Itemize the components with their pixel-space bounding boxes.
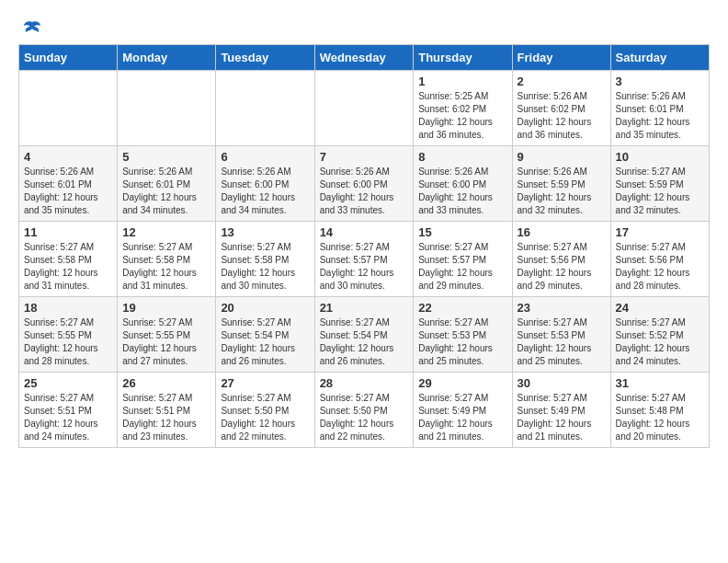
- calendar-cell: 20Sunrise: 5:27 AM Sunset: 5:54 PM Dayli…: [216, 297, 314, 373]
- day-info: Sunrise: 5:26 AM Sunset: 6:01 PM Dayligh…: [616, 90, 704, 142]
- day-number: 11: [24, 225, 112, 239]
- calendar-cell: [216, 71, 314, 146]
- day-info: Sunrise: 5:27 AM Sunset: 5:59 PM Dayligh…: [616, 166, 704, 217]
- day-number: 19: [122, 301, 210, 315]
- day-info: Sunrise: 5:26 AM Sunset: 6:00 PM Dayligh…: [221, 166, 309, 217]
- calendar-week-row: 1Sunrise: 5:25 AM Sunset: 6:02 PM Daylig…: [19, 71, 710, 146]
- day-info: Sunrise: 5:27 AM Sunset: 5:49 PM Dayligh…: [418, 392, 506, 443]
- day-info: Sunrise: 5:27 AM Sunset: 5:53 PM Dayligh…: [418, 316, 506, 368]
- calendar-cell: 19Sunrise: 5:27 AM Sunset: 5:55 PM Dayli…: [118, 297, 216, 373]
- calendar-cell: 14Sunrise: 5:27 AM Sunset: 5:57 PM Dayli…: [314, 222, 414, 297]
- day-info: Sunrise: 5:26 AM Sunset: 6:01 PM Dayligh…: [24, 166, 112, 217]
- day-number: 28: [320, 376, 409, 390]
- day-number: 16: [518, 225, 606, 239]
- day-number: 3: [616, 75, 704, 88]
- calendar-cell: 2Sunrise: 5:26 AM Sunset: 6:02 PM Daylig…: [512, 71, 610, 146]
- calendar-cell: 8Sunrise: 5:26 AM Sunset: 6:00 PM Daylig…: [414, 146, 512, 222]
- day-info: Sunrise: 5:27 AM Sunset: 5:55 PM Dayligh…: [122, 316, 210, 368]
- day-number: 26: [122, 376, 210, 390]
- day-number: 25: [24, 376, 112, 390]
- logo: [18, 18, 42, 37]
- day-number: 22: [418, 301, 506, 315]
- day-number: 14: [320, 225, 409, 239]
- calendar-cell: 31Sunrise: 5:27 AM Sunset: 5:48 PM Dayli…: [610, 373, 709, 448]
- day-info: Sunrise: 5:27 AM Sunset: 5:57 PM Dayligh…: [320, 241, 409, 293]
- calendar-cell: 28Sunrise: 5:27 AM Sunset: 5:50 PM Dayli…: [314, 373, 414, 448]
- calendar-cell: 12Sunrise: 5:27 AM Sunset: 5:58 PM Dayli…: [118, 222, 216, 297]
- day-info: Sunrise: 5:27 AM Sunset: 5:53 PM Dayligh…: [518, 316, 606, 368]
- calendar-cell: 22Sunrise: 5:27 AM Sunset: 5:53 PM Dayli…: [414, 297, 512, 373]
- calendar-cell: 17Sunrise: 5:27 AM Sunset: 5:56 PM Dayli…: [610, 222, 709, 297]
- day-info: Sunrise: 5:26 AM Sunset: 6:00 PM Dayligh…: [418, 166, 506, 217]
- day-number: 1: [418, 75, 506, 88]
- day-info: Sunrise: 5:27 AM Sunset: 5:58 PM Dayligh…: [24, 241, 112, 293]
- day-number: 18: [24, 301, 112, 315]
- calendar-cell: 25Sunrise: 5:27 AM Sunset: 5:51 PM Dayli…: [19, 373, 118, 448]
- calendar-cell: 16Sunrise: 5:27 AM Sunset: 5:56 PM Dayli…: [512, 222, 610, 297]
- calendar-cell: 27Sunrise: 5:27 AM Sunset: 5:50 PM Dayli…: [216, 373, 314, 448]
- calendar-cell: 30Sunrise: 5:27 AM Sunset: 5:49 PM Dayli…: [512, 373, 610, 448]
- calendar-week-row: 25Sunrise: 5:27 AM Sunset: 5:51 PM Dayli…: [19, 373, 710, 448]
- calendar-cell: 6Sunrise: 5:26 AM Sunset: 6:00 PM Daylig…: [216, 146, 314, 222]
- day-number: 29: [418, 376, 506, 390]
- calendar-cell: [118, 71, 216, 146]
- calendar-cell: 10Sunrise: 5:27 AM Sunset: 5:59 PM Dayli…: [610, 146, 709, 222]
- day-number: 13: [221, 225, 309, 239]
- calendar-header-monday: Monday: [118, 45, 216, 71]
- day-info: Sunrise: 5:27 AM Sunset: 5:58 PM Dayligh…: [122, 241, 210, 293]
- calendar-week-row: 4Sunrise: 5:26 AM Sunset: 6:01 PM Daylig…: [19, 146, 710, 222]
- day-number: 4: [24, 150, 112, 164]
- calendar-cell: 23Sunrise: 5:27 AM Sunset: 5:53 PM Dayli…: [512, 297, 610, 373]
- day-number: 24: [616, 301, 704, 315]
- day-number: 7: [320, 150, 409, 164]
- calendar-cell: 18Sunrise: 5:27 AM Sunset: 5:55 PM Dayli…: [19, 297, 118, 373]
- calendar-week-row: 11Sunrise: 5:27 AM Sunset: 5:58 PM Dayli…: [19, 222, 710, 297]
- day-number: 21: [320, 301, 409, 315]
- calendar-cell: 24Sunrise: 5:27 AM Sunset: 5:52 PM Dayli…: [610, 297, 709, 373]
- day-number: 17: [616, 225, 704, 239]
- day-info: Sunrise: 5:26 AM Sunset: 6:00 PM Dayligh…: [320, 166, 409, 217]
- day-info: Sunrise: 5:27 AM Sunset: 5:51 PM Dayligh…: [24, 392, 112, 443]
- day-number: 31: [616, 376, 704, 390]
- day-info: Sunrise: 5:27 AM Sunset: 5:55 PM Dayligh…: [24, 316, 112, 368]
- logo-bird-icon: [22, 18, 42, 39]
- calendar-cell: 26Sunrise: 5:27 AM Sunset: 5:51 PM Dayli…: [118, 373, 216, 448]
- day-info: Sunrise: 5:27 AM Sunset: 5:54 PM Dayligh…: [320, 316, 409, 368]
- day-number: 8: [418, 150, 506, 164]
- day-info: Sunrise: 5:27 AM Sunset: 5:58 PM Dayligh…: [221, 241, 309, 293]
- header: [18, 18, 710, 37]
- day-number: 6: [221, 150, 309, 164]
- day-info: Sunrise: 5:27 AM Sunset: 5:56 PM Dayligh…: [518, 241, 606, 293]
- day-info: Sunrise: 5:27 AM Sunset: 5:51 PM Dayligh…: [122, 392, 210, 443]
- day-number: 20: [221, 301, 309, 315]
- day-info: Sunrise: 5:27 AM Sunset: 5:56 PM Dayligh…: [616, 241, 704, 293]
- day-number: 27: [221, 376, 309, 390]
- calendar-cell: 11Sunrise: 5:27 AM Sunset: 5:58 PM Dayli…: [19, 222, 118, 297]
- calendar-cell: 13Sunrise: 5:27 AM Sunset: 5:58 PM Dayli…: [216, 222, 314, 297]
- calendar-header-thursday: Thursday: [414, 45, 512, 71]
- day-number: 2: [518, 75, 606, 88]
- day-info: Sunrise: 5:26 AM Sunset: 6:01 PM Dayligh…: [122, 166, 210, 217]
- day-info: Sunrise: 5:27 AM Sunset: 5:48 PM Dayligh…: [616, 392, 704, 443]
- calendar-cell: 7Sunrise: 5:26 AM Sunset: 6:00 PM Daylig…: [314, 146, 414, 222]
- calendar-table: SundayMondayTuesdayWednesdayThursdayFrid…: [18, 44, 710, 448]
- day-number: 23: [518, 301, 606, 315]
- calendar-cell: 5Sunrise: 5:26 AM Sunset: 6:01 PM Daylig…: [118, 146, 216, 222]
- day-info: Sunrise: 5:27 AM Sunset: 5:52 PM Dayligh…: [616, 316, 704, 368]
- calendar-week-row: 18Sunrise: 5:27 AM Sunset: 5:55 PM Dayli…: [19, 297, 710, 373]
- calendar-header-wednesday: Wednesday: [314, 45, 414, 71]
- calendar-cell: 3Sunrise: 5:26 AM Sunset: 6:01 PM Daylig…: [610, 71, 709, 146]
- calendar-cell: 21Sunrise: 5:27 AM Sunset: 5:54 PM Dayli…: [314, 297, 414, 373]
- calendar-cell: [19, 71, 118, 146]
- calendar-header-sunday: Sunday: [19, 45, 118, 71]
- calendar-cell: 15Sunrise: 5:27 AM Sunset: 5:57 PM Dayli…: [414, 222, 512, 297]
- calendar-header-row: SundayMondayTuesdayWednesdayThursdayFrid…: [19, 45, 710, 71]
- day-info: Sunrise: 5:27 AM Sunset: 5:54 PM Dayligh…: [221, 316, 309, 368]
- calendar-cell: 29Sunrise: 5:27 AM Sunset: 5:49 PM Dayli…: [414, 373, 512, 448]
- calendar-header-friday: Friday: [512, 45, 610, 71]
- day-info: Sunrise: 5:27 AM Sunset: 5:50 PM Dayligh…: [320, 392, 409, 443]
- day-info: Sunrise: 5:27 AM Sunset: 5:57 PM Dayligh…: [418, 241, 506, 293]
- calendar-cell: 4Sunrise: 5:26 AM Sunset: 6:01 PM Daylig…: [19, 146, 118, 222]
- day-number: 10: [616, 150, 704, 164]
- day-info: Sunrise: 5:26 AM Sunset: 6:02 PM Dayligh…: [518, 90, 606, 142]
